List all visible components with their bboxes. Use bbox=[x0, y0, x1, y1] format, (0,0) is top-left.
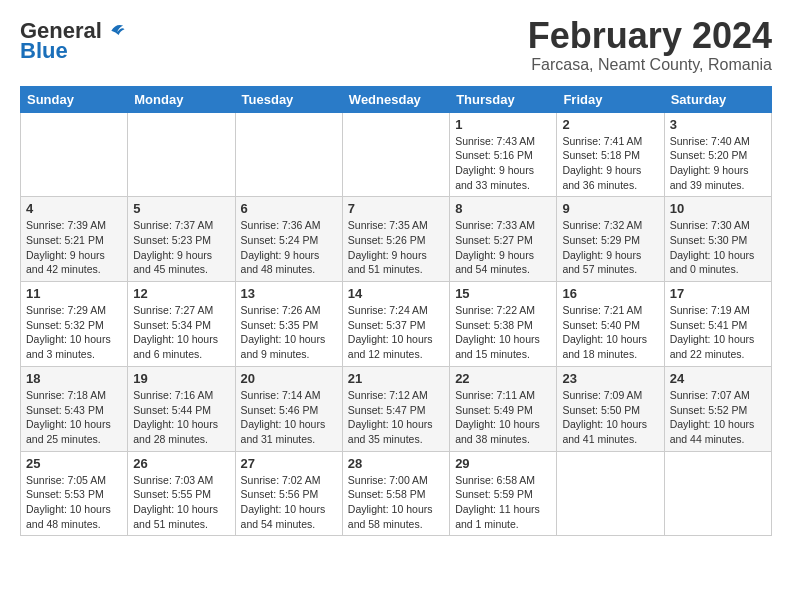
calendar-cell: 29Sunrise: 6:58 AM Sunset: 5:59 PM Dayli… bbox=[450, 451, 557, 536]
calendar-cell: 10Sunrise: 7:30 AM Sunset: 5:30 PM Dayli… bbox=[664, 197, 771, 282]
day-number: 19 bbox=[133, 371, 229, 386]
calendar-week-row: 11Sunrise: 7:29 AM Sunset: 5:32 PM Dayli… bbox=[21, 282, 772, 367]
day-number: 21 bbox=[348, 371, 444, 386]
calendar-cell: 26Sunrise: 7:03 AM Sunset: 5:55 PM Dayli… bbox=[128, 451, 235, 536]
logo-bird-icon bbox=[104, 20, 126, 42]
day-info: Sunrise: 6:58 AM Sunset: 5:59 PM Dayligh… bbox=[455, 473, 551, 532]
calendar-cell: 11Sunrise: 7:29 AM Sunset: 5:32 PM Dayli… bbox=[21, 282, 128, 367]
calendar-cell bbox=[342, 112, 449, 197]
calendar-week-row: 1Sunrise: 7:43 AM Sunset: 5:16 PM Daylig… bbox=[21, 112, 772, 197]
calendar-cell: 5Sunrise: 7:37 AM Sunset: 5:23 PM Daylig… bbox=[128, 197, 235, 282]
calendar-cell: 9Sunrise: 7:32 AM Sunset: 5:29 PM Daylig… bbox=[557, 197, 664, 282]
calendar-cell: 18Sunrise: 7:18 AM Sunset: 5:43 PM Dayli… bbox=[21, 366, 128, 451]
calendar-cell: 2Sunrise: 7:41 AM Sunset: 5:18 PM Daylig… bbox=[557, 112, 664, 197]
day-number: 3 bbox=[670, 117, 766, 132]
calendar-cell bbox=[21, 112, 128, 197]
calendar-cell: 19Sunrise: 7:16 AM Sunset: 5:44 PM Dayli… bbox=[128, 366, 235, 451]
calendar-cell: 25Sunrise: 7:05 AM Sunset: 5:53 PM Dayli… bbox=[21, 451, 128, 536]
day-number: 27 bbox=[241, 456, 337, 471]
day-info: Sunrise: 7:14 AM Sunset: 5:46 PM Dayligh… bbox=[241, 388, 337, 447]
calendar-cell: 12Sunrise: 7:27 AM Sunset: 5:34 PM Dayli… bbox=[128, 282, 235, 367]
calendar-week-row: 4Sunrise: 7:39 AM Sunset: 5:21 PM Daylig… bbox=[21, 197, 772, 282]
title-area: February 2024 Farcasa, Neamt County, Rom… bbox=[528, 16, 772, 74]
col-header-thursday: Thursday bbox=[450, 86, 557, 112]
calendar-cell: 7Sunrise: 7:35 AM Sunset: 5:26 PM Daylig… bbox=[342, 197, 449, 282]
calendar-cell: 27Sunrise: 7:02 AM Sunset: 5:56 PM Dayli… bbox=[235, 451, 342, 536]
day-number: 29 bbox=[455, 456, 551, 471]
day-info: Sunrise: 7:35 AM Sunset: 5:26 PM Dayligh… bbox=[348, 218, 444, 277]
calendar-cell: 1Sunrise: 7:43 AM Sunset: 5:16 PM Daylig… bbox=[450, 112, 557, 197]
day-info: Sunrise: 7:02 AM Sunset: 5:56 PM Dayligh… bbox=[241, 473, 337, 532]
day-info: Sunrise: 7:33 AM Sunset: 5:27 PM Dayligh… bbox=[455, 218, 551, 277]
calendar-header-row: SundayMondayTuesdayWednesdayThursdayFrid… bbox=[21, 86, 772, 112]
calendar-cell bbox=[664, 451, 771, 536]
day-number: 24 bbox=[670, 371, 766, 386]
day-info: Sunrise: 7:07 AM Sunset: 5:52 PM Dayligh… bbox=[670, 388, 766, 447]
day-info: Sunrise: 7:32 AM Sunset: 5:29 PM Dayligh… bbox=[562, 218, 658, 277]
day-number: 11 bbox=[26, 286, 122, 301]
day-number: 23 bbox=[562, 371, 658, 386]
calendar-table: SundayMondayTuesdayWednesdayThursdayFrid… bbox=[20, 86, 772, 537]
day-number: 1 bbox=[455, 117, 551, 132]
calendar-cell: 16Sunrise: 7:21 AM Sunset: 5:40 PM Dayli… bbox=[557, 282, 664, 367]
day-info: Sunrise: 7:21 AM Sunset: 5:40 PM Dayligh… bbox=[562, 303, 658, 362]
day-number: 15 bbox=[455, 286, 551, 301]
day-number: 5 bbox=[133, 201, 229, 216]
day-info: Sunrise: 7:18 AM Sunset: 5:43 PM Dayligh… bbox=[26, 388, 122, 447]
day-info: Sunrise: 7:05 AM Sunset: 5:53 PM Dayligh… bbox=[26, 473, 122, 532]
day-number: 12 bbox=[133, 286, 229, 301]
day-info: Sunrise: 7:29 AM Sunset: 5:32 PM Dayligh… bbox=[26, 303, 122, 362]
day-number: 10 bbox=[670, 201, 766, 216]
calendar-cell: 20Sunrise: 7:14 AM Sunset: 5:46 PM Dayli… bbox=[235, 366, 342, 451]
subtitle: Farcasa, Neamt County, Romania bbox=[528, 56, 772, 74]
calendar-week-row: 18Sunrise: 7:18 AM Sunset: 5:43 PM Dayli… bbox=[21, 366, 772, 451]
day-number: 14 bbox=[348, 286, 444, 301]
day-info: Sunrise: 7:36 AM Sunset: 5:24 PM Dayligh… bbox=[241, 218, 337, 277]
logo: General Blue bbox=[20, 20, 126, 62]
calendar-cell: 28Sunrise: 7:00 AM Sunset: 5:58 PM Dayli… bbox=[342, 451, 449, 536]
col-header-wednesday: Wednesday bbox=[342, 86, 449, 112]
day-info: Sunrise: 7:43 AM Sunset: 5:16 PM Dayligh… bbox=[455, 134, 551, 193]
col-header-sunday: Sunday bbox=[21, 86, 128, 112]
calendar-cell: 4Sunrise: 7:39 AM Sunset: 5:21 PM Daylig… bbox=[21, 197, 128, 282]
day-number: 17 bbox=[670, 286, 766, 301]
calendar-week-row: 25Sunrise: 7:05 AM Sunset: 5:53 PM Dayli… bbox=[21, 451, 772, 536]
calendar-cell: 8Sunrise: 7:33 AM Sunset: 5:27 PM Daylig… bbox=[450, 197, 557, 282]
day-info: Sunrise: 7:22 AM Sunset: 5:38 PM Dayligh… bbox=[455, 303, 551, 362]
calendar-cell: 23Sunrise: 7:09 AM Sunset: 5:50 PM Dayli… bbox=[557, 366, 664, 451]
day-info: Sunrise: 7:12 AM Sunset: 5:47 PM Dayligh… bbox=[348, 388, 444, 447]
day-number: 2 bbox=[562, 117, 658, 132]
day-info: Sunrise: 7:16 AM Sunset: 5:44 PM Dayligh… bbox=[133, 388, 229, 447]
day-number: 13 bbox=[241, 286, 337, 301]
day-number: 22 bbox=[455, 371, 551, 386]
day-number: 6 bbox=[241, 201, 337, 216]
day-number: 8 bbox=[455, 201, 551, 216]
day-info: Sunrise: 7:11 AM Sunset: 5:49 PM Dayligh… bbox=[455, 388, 551, 447]
day-info: Sunrise: 7:00 AM Sunset: 5:58 PM Dayligh… bbox=[348, 473, 444, 532]
day-number: 28 bbox=[348, 456, 444, 471]
col-header-saturday: Saturday bbox=[664, 86, 771, 112]
main-title: February 2024 bbox=[528, 16, 772, 56]
day-info: Sunrise: 7:41 AM Sunset: 5:18 PM Dayligh… bbox=[562, 134, 658, 193]
calendar-cell bbox=[128, 112, 235, 197]
calendar-cell: 3Sunrise: 7:40 AM Sunset: 5:20 PM Daylig… bbox=[664, 112, 771, 197]
day-info: Sunrise: 7:40 AM Sunset: 5:20 PM Dayligh… bbox=[670, 134, 766, 193]
col-header-friday: Friday bbox=[557, 86, 664, 112]
calendar-cell: 22Sunrise: 7:11 AM Sunset: 5:49 PM Dayli… bbox=[450, 366, 557, 451]
day-info: Sunrise: 7:19 AM Sunset: 5:41 PM Dayligh… bbox=[670, 303, 766, 362]
header: General Blue February 2024 Farcasa, Neam… bbox=[20, 16, 772, 74]
calendar-cell: 21Sunrise: 7:12 AM Sunset: 5:47 PM Dayli… bbox=[342, 366, 449, 451]
day-info: Sunrise: 7:27 AM Sunset: 5:34 PM Dayligh… bbox=[133, 303, 229, 362]
day-number: 26 bbox=[133, 456, 229, 471]
calendar-cell bbox=[235, 112, 342, 197]
day-info: Sunrise: 7:37 AM Sunset: 5:23 PM Dayligh… bbox=[133, 218, 229, 277]
day-info: Sunrise: 7:26 AM Sunset: 5:35 PM Dayligh… bbox=[241, 303, 337, 362]
day-number: 18 bbox=[26, 371, 122, 386]
calendar-cell: 13Sunrise: 7:26 AM Sunset: 5:35 PM Dayli… bbox=[235, 282, 342, 367]
calendar-cell: 17Sunrise: 7:19 AM Sunset: 5:41 PM Dayli… bbox=[664, 282, 771, 367]
calendar-cell: 24Sunrise: 7:07 AM Sunset: 5:52 PM Dayli… bbox=[664, 366, 771, 451]
logo-blue-text: Blue bbox=[20, 40, 68, 62]
day-number: 25 bbox=[26, 456, 122, 471]
day-number: 20 bbox=[241, 371, 337, 386]
calendar-cell: 15Sunrise: 7:22 AM Sunset: 5:38 PM Dayli… bbox=[450, 282, 557, 367]
